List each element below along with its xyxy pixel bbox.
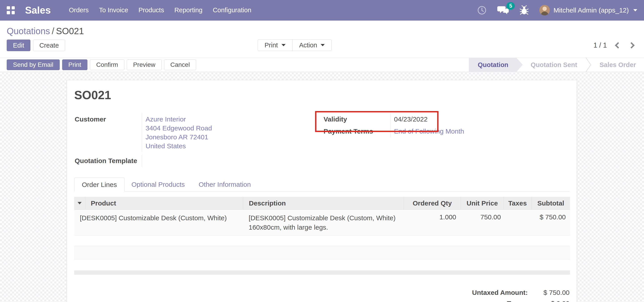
customer-name-link[interactable]: Azure Interior [146, 115, 307, 124]
taxes-label: Taxes: [507, 300, 528, 302]
column-unit-price[interactable]: Unit Price [461, 197, 504, 210]
pager-previous-icon[interactable] [615, 42, 621, 48]
empty-row[interactable] [74, 236, 570, 246]
taxes-row: Taxes: $ 0.00 [74, 298, 570, 302]
column-taxes[interactable]: Taxes [504, 197, 531, 210]
navbar-right: 5 Mitchell Admin (apps_12) [477, 5, 637, 15]
cell-subtotal: $ 750.00 [531, 210, 570, 235]
quotation-template-label: Quotation Template [74, 155, 142, 167]
breadcrumb-current: SO021 [56, 26, 84, 36]
payment-terms-value: End of Following Month [390, 125, 570, 137]
status-sales-order[interactable]: Sales Order [592, 58, 644, 72]
quotation-template-value[interactable] [142, 155, 307, 167]
customer-label: Customer [74, 113, 142, 152]
print-dropdown-button[interactable]: Print [258, 39, 292, 51]
pager-next-icon[interactable] [628, 42, 634, 48]
payment-terms-label: Payment Terms [323, 125, 390, 137]
apps-square [7, 6, 10, 9]
cell-ordered-qty: 1.000 [404, 210, 461, 235]
tab-other-information[interactable]: Other Information [192, 178, 258, 191]
pager: 1 / 1 [594, 41, 637, 49]
untaxed-amount-value: $ 750.00 [528, 289, 570, 297]
apps-square [7, 11, 10, 14]
pager-value: 1 / 1 [594, 41, 607, 49]
menu-reporting[interactable]: Reporting [169, 0, 208, 20]
bug-icon[interactable] [520, 5, 528, 15]
activities-clock-icon[interactable] [477, 5, 486, 15]
column-product[interactable]: Product [85, 197, 243, 210]
column-ordered-qty[interactable]: Ordered Qty [404, 197, 461, 210]
status-quotation-sent[interactable]: Quotation Sent [522, 58, 585, 72]
menu-configuration[interactable]: Configuration [208, 0, 256, 20]
workflow-buttons: Send by Email Print Confirm Preview Canc… [7, 59, 196, 70]
quotation-sheet: SO021 Customer Azure Interior 3404 Edgew… [67, 80, 577, 302]
apps-menu-icon[interactable] [7, 6, 15, 14]
taxes-value: $ 0.00 [528, 300, 570, 302]
edit-button[interactable]: Edit [7, 39, 30, 51]
statusbar-separator-icon [585, 58, 592, 72]
description-line-1: [DESK0005] Customizable Desk (Custom, Wh… [249, 213, 404, 223]
status-quotation[interactable]: Quotation [469, 58, 522, 72]
breadcrumb: Quotations/SO021 [7, 26, 637, 36]
page: Sales Orders To Invoice Products Reporti… [0, 0, 644, 302]
quotation-title: SO021 [74, 88, 570, 102]
header-dropdown-cell[interactable] [74, 197, 85, 210]
statusbar: Quotation Quotation Sent Sales Order [469, 58, 644, 72]
app-brand[interactable]: Sales [25, 5, 51, 16]
status-row: Send by Email Print Confirm Preview Canc… [0, 58, 644, 72]
user-name: Mitchell Admin (apps_12) [554, 6, 629, 14]
validity-label: Validity [323, 113, 390, 125]
tab-optional-products[interactable]: Optional Products [124, 178, 192, 191]
menu-orders[interactable]: Orders [64, 0, 94, 20]
field-groups: Customer Azure Interior 3404 Edgewood Ro… [74, 113, 570, 167]
cancel-button[interactable]: Cancel [164, 59, 196, 70]
left-field-group: Customer Azure Interior 3404 Edgewood Ro… [74, 113, 307, 167]
cell-description: [DESK0005] Customizable Desk (Custom, Wh… [243, 210, 404, 235]
menu-products[interactable]: Products [133, 0, 169, 20]
cell-product: [DESK0005] Customizable Desk (Custom, Wh… [74, 210, 243, 235]
cell-unit-price: 750.00 [461, 210, 504, 235]
user-menu-caret-icon [633, 9, 637, 11]
print-action-group: Print Action [258, 39, 332, 51]
empty-row[interactable] [74, 246, 570, 259]
untaxed-amount-row: Untaxed Amount: $ 750.00 [74, 287, 570, 298]
column-description[interactable]: Description [243, 197, 404, 210]
validity-value[interactable]: 04/23/2022 [390, 113, 570, 125]
preview-button[interactable]: Preview [127, 59, 162, 70]
create-button[interactable]: Create [33, 39, 65, 51]
column-subtotal[interactable]: Subtotal [531, 197, 570, 210]
order-lines-table: Product Description Ordered Qty Unit Pri… [74, 197, 570, 275]
breadcrumb-quotations-link[interactable]: Quotations [7, 26, 50, 36]
customer-city-link[interactable]: Jonesboro AR 72401 [146, 133, 307, 142]
untaxed-amount-label: Untaxed Amount: [472, 289, 528, 297]
order-line-row[interactable]: [DESK0005] Customizable Desk (Custom, Wh… [74, 210, 570, 236]
action-caret-icon [321, 44, 325, 46]
action-dropdown-label: Action [299, 41, 317, 49]
print-dropdown-label: Print [264, 41, 278, 49]
customer-country-link[interactable]: United States [146, 142, 307, 151]
header-caret-icon [78, 202, 82, 204]
notebook-tabs: Order Lines Optional Products Other Info… [74, 178, 570, 191]
empty-row[interactable] [74, 259, 570, 271]
apps-square [12, 6, 15, 9]
menu-to-invoice[interactable]: To Invoice [94, 0, 134, 20]
tab-order-lines[interactable]: Order Lines [74, 178, 124, 191]
cell-taxes [504, 210, 531, 235]
breadcrumb-separator: / [50, 26, 56, 36]
main-menu: Orders To Invoice Products Reporting Con… [64, 0, 256, 20]
print-button[interactable]: Print [62, 59, 88, 70]
action-dropdown-button[interactable]: Action [292, 39, 332, 51]
right-field-group: Validity 04/23/2022 Payment Terms End of… [323, 113, 570, 167]
payment-terms-link[interactable]: End of Following Month [394, 128, 464, 135]
confirm-button[interactable]: Confirm [90, 59, 124, 70]
user-menu[interactable]: Mitchell Admin (apps_12) [539, 5, 637, 15]
control-panel: Quotations/SO021 Edit Create Print Actio… [0, 20, 644, 72]
table-footer-bar [74, 271, 570, 275]
send-by-email-button[interactable]: Send by Email [7, 59, 60, 70]
totals-block: Untaxed Amount: $ 750.00 Taxes: $ 0.00 [74, 287, 570, 302]
top-navbar: Sales Orders To Invoice Products Reporti… [0, 0, 644, 20]
messages-icon[interactable]: 5 [497, 5, 509, 15]
user-avatar [539, 5, 550, 15]
customer-street-link[interactable]: 3404 Edgewood Road [146, 124, 307, 133]
apps-square [12, 11, 15, 14]
